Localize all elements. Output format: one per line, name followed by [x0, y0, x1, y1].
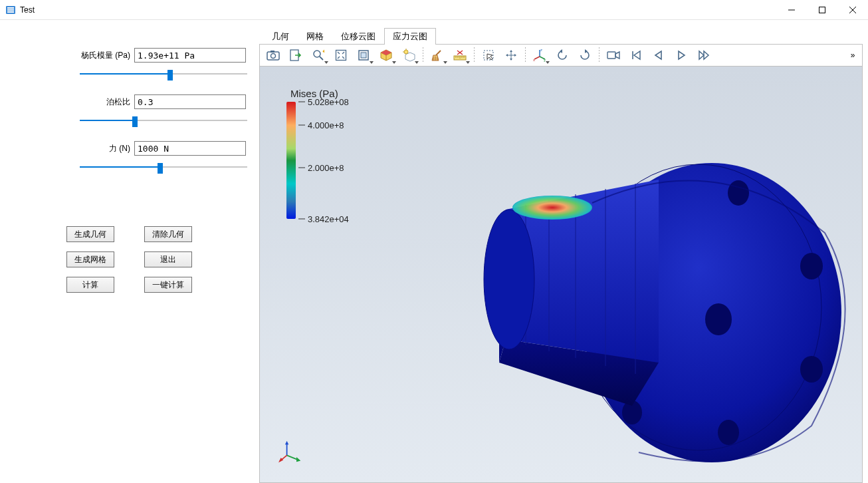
svg-point-60: [800, 253, 823, 279]
legend-tick: 3.842e+04: [298, 214, 349, 224]
tab-geometry[interactable]: 几何: [263, 28, 298, 45]
svg-point-59: [728, 180, 749, 206]
cube-color-icon: [380, 49, 393, 62]
app-icon: [5, 5, 16, 15]
title-bar: Test: [0, 0, 868, 20]
window-title: Test: [20, 5, 35, 15]
poisson-ratio-label: 泊松比: [106, 96, 130, 108]
pick-button[interactable]: [478, 46, 499, 65]
youngs-modulus-slider[interactable]: [80, 68, 247, 80]
svg-text:x: x: [533, 58, 535, 62]
video-icon: [607, 50, 620, 61]
force-input[interactable]: [134, 141, 246, 156]
light-button[interactable]: [398, 46, 419, 65]
svg-rect-2: [7, 9, 14, 11]
svg-marker-47: [560, 49, 562, 53]
one-click-compute-button[interactable]: 一键计算: [144, 277, 192, 293]
fit-view-button[interactable]: [330, 46, 352, 65]
axes-button[interactable]: zyx: [529, 46, 550, 65]
zoom-button[interactable]: ✦: [308, 46, 329, 65]
legend-tick: 2.000e+8: [298, 162, 344, 172]
svg-point-12: [314, 51, 320, 57]
model-render: [346, 93, 863, 466]
svg-point-22: [404, 50, 408, 54]
bulb-cube-icon: [402, 49, 415, 62]
tab-stress[interactable]: 应力云图: [384, 28, 436, 45]
poisson-ratio-input[interactable]: [134, 94, 246, 109]
rotate-cw-icon: [578, 49, 592, 62]
svg-rect-49: [607, 52, 615, 59]
measure-button[interactable]: [449, 46, 471, 65]
tab-mesh[interactable]: 网格: [298, 28, 332, 45]
exit-button[interactable]: 退出: [144, 251, 192, 267]
magnifier-icon: ✦: [312, 49, 324, 61]
force-label: 力 (N): [109, 143, 130, 154]
generate-mesh-button[interactable]: 生成网格: [66, 251, 114, 267]
compute-button[interactable]: 计算: [66, 277, 114, 293]
parameters-panel: 杨氏模量 (Pa) 泊松比 力 (N) 生成几何 清除几何: [0, 28, 259, 483]
svg-line-13: [320, 57, 323, 60]
render-viewport[interactable]: Mises (Pa) 5.028e+084.000e+82.000e+83.84…: [259, 67, 863, 483]
svg-point-9: [271, 54, 276, 59]
prev-frame-button[interactable]: [648, 46, 669, 65]
pick-icon: [483, 49, 494, 61]
rotate-cw-button[interactable]: [574, 46, 596, 65]
svg-marker-50: [615, 52, 619, 59]
legend-tick: 4.000e+8: [298, 120, 344, 130]
prev-icon: [653, 50, 664, 61]
close-icon: [849, 7, 856, 13]
viewer-toolbar: ✦ zyx »: [259, 44, 863, 67]
svg-rect-17: [361, 53, 366, 58]
svg-rect-5: [819, 7, 825, 13]
svg-rect-15: [336, 51, 346, 61]
force-slider[interactable]: [80, 161, 247, 173]
poisson-ratio-slider[interactable]: [80, 114, 247, 126]
tab-bar: 几何 网格 位移云图 应力云图: [263, 28, 863, 44]
ruler-icon: [453, 49, 467, 61]
svg-rect-3: [7, 11, 14, 13]
youngs-modulus-input[interactable]: [134, 48, 246, 63]
svg-marker-53: [655, 51, 661, 59]
clear-geometry-button[interactable]: 清除几何: [144, 226, 192, 242]
svg-line-43: [534, 57, 540, 59]
svg-marker-78: [296, 457, 300, 462]
youngs-modulus-label: 杨氏模量 (Pa): [81, 50, 130, 61]
export-icon: [290, 49, 302, 61]
svg-point-62: [718, 420, 739, 445]
svg-marker-55: [699, 51, 704, 59]
export-button[interactable]: [285, 46, 306, 65]
svg-marker-52: [634, 51, 640, 59]
generate-geometry-button[interactable]: 生成几何: [66, 226, 114, 242]
maximize-button[interactable]: [807, 0, 837, 20]
screenshot-button[interactable]: [263, 46, 284, 65]
clear-button[interactable]: [427, 46, 448, 65]
pan-button[interactable]: [500, 46, 522, 65]
svg-rect-10: [271, 51, 274, 53]
svg-point-73: [484, 210, 534, 349]
box-icon: [358, 49, 370, 61]
next-icon: [698, 50, 710, 61]
camera-icon: [267, 50, 280, 61]
play-button[interactable]: [671, 46, 692, 65]
rotate-ccw-button[interactable]: [552, 46, 573, 65]
svg-point-61: [800, 356, 823, 383]
svg-text:✦: ✦: [322, 49, 324, 55]
first-frame-button[interactable]: [625, 46, 647, 65]
view-cube-button[interactable]: [376, 46, 397, 65]
svg-marker-54: [679, 51, 685, 59]
maximize-icon: [819, 7, 825, 13]
legend-colorbar: [286, 102, 296, 219]
broom-icon: [431, 49, 443, 61]
first-icon: [631, 50, 641, 61]
next-frame-button[interactable]: [693, 46, 714, 65]
toolbar-overflow-button[interactable]: »: [846, 51, 859, 60]
minimize-button[interactable]: [776, 0, 807, 20]
box-select-button[interactable]: [353, 46, 374, 65]
minimize-icon: [788, 7, 795, 13]
tab-displacement[interactable]: 位移云图: [332, 28, 384, 45]
svg-line-25: [436, 51, 441, 55]
close-button[interactable]: [837, 0, 868, 20]
play-icon: [676, 50, 687, 61]
rotate-ccw-icon: [556, 49, 569, 62]
animation-camera-button[interactable]: [603, 46, 624, 65]
